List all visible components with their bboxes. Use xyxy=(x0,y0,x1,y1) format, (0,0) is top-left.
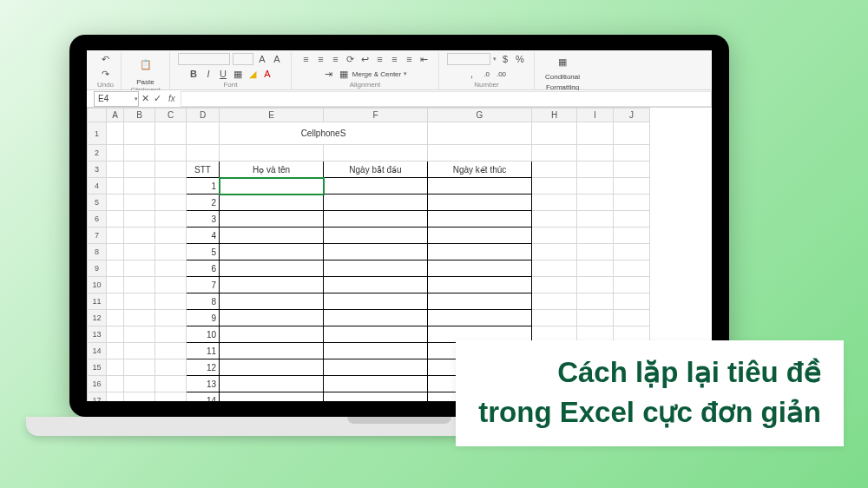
cell-I5[interactable] xyxy=(577,195,614,211)
cell-A5[interactable] xyxy=(107,195,124,211)
cell-F9[interactable] xyxy=(324,260,428,277)
cell-D3[interactable]: STT xyxy=(187,162,220,178)
cell-G10[interactable] xyxy=(428,277,532,293)
cell-F5[interactable] xyxy=(324,195,428,211)
cell-H2[interactable] xyxy=(532,145,577,162)
cell-I8[interactable] xyxy=(577,244,614,260)
cell-C4[interactable] xyxy=(155,178,187,195)
font-color-icon[interactable]: A xyxy=(261,68,273,80)
cell-J11[interactable] xyxy=(614,293,650,310)
cell-C10[interactable] xyxy=(155,277,187,293)
cell-A2[interactable] xyxy=(107,145,124,162)
cell-G9[interactable] xyxy=(428,260,532,277)
indent-dec-icon[interactable]: ⇤ xyxy=(418,53,431,65)
cell-G4[interactable] xyxy=(428,178,532,195)
cell-I6[interactable] xyxy=(577,211,614,228)
cell-H11[interactable] xyxy=(532,293,577,310)
cell-E2[interactable] xyxy=(220,145,324,162)
cell-J10[interactable] xyxy=(614,277,650,293)
cell-I1[interactable] xyxy=(577,122,614,145)
cell-A3[interactable] xyxy=(107,162,124,178)
align-left-icon[interactable]: ≡ xyxy=(374,53,386,65)
conditional-formatting-icon[interactable]: ▦ xyxy=(554,53,571,70)
cell-C6[interactable] xyxy=(155,211,187,228)
merge-icon[interactable]: ▦ xyxy=(338,68,350,80)
cell-B14[interactable] xyxy=(124,343,155,359)
corner-cell[interactable] xyxy=(88,109,107,122)
cell-I3[interactable] xyxy=(577,162,614,178)
fill-color-icon[interactable]: ◢ xyxy=(247,68,259,80)
cell-C9[interactable] xyxy=(155,260,187,277)
col-header-I[interactable]: I xyxy=(577,109,614,122)
cell-E17[interactable] xyxy=(220,392,324,402)
cell-B13[interactable] xyxy=(124,326,155,343)
cell-A17[interactable] xyxy=(107,392,124,402)
chevron-down-icon[interactable]: ▾ xyxy=(404,70,407,77)
col-header-A[interactable]: A xyxy=(107,109,124,122)
cell-J2[interactable] xyxy=(614,145,650,162)
row-header-12[interactable]: 12 xyxy=(88,310,107,326)
cell-F16[interactable] xyxy=(324,376,428,392)
row-header-4[interactable]: 4 xyxy=(88,178,107,195)
cell-F6[interactable] xyxy=(324,211,428,228)
row-header-3[interactable]: 3 xyxy=(88,162,107,178)
cell-B15[interactable] xyxy=(124,359,155,376)
cell-B2[interactable] xyxy=(124,145,155,162)
fx-icon[interactable]: fx xyxy=(168,94,175,103)
bold-button[interactable]: B xyxy=(187,68,200,80)
currency-icon[interactable]: $ xyxy=(499,53,511,65)
cell-D10[interactable]: 7 xyxy=(187,277,220,293)
cell-A15[interactable] xyxy=(107,359,124,376)
cell-J12[interactable] xyxy=(614,310,650,326)
redo-icon[interactable]: ↷ xyxy=(100,68,112,80)
row-header-10[interactable]: 10 xyxy=(88,277,107,293)
cell-C16[interactable] xyxy=(155,376,187,392)
cell-E10[interactable] xyxy=(220,277,324,293)
row-header-16[interactable]: 16 xyxy=(88,376,107,392)
row-header-2[interactable]: 2 xyxy=(88,145,107,162)
col-header-F[interactable]: F xyxy=(324,109,428,122)
row-header-13[interactable]: 13 xyxy=(88,326,107,343)
cell-F17[interactable] xyxy=(324,392,428,402)
cell-C5[interactable] xyxy=(155,195,187,211)
cell-F10[interactable] xyxy=(324,277,428,293)
cell-D4[interactable]: 1 xyxy=(187,178,220,195)
cell-C7[interactable] xyxy=(155,228,187,244)
cell-D1[interactable] xyxy=(187,122,220,145)
align-top-icon[interactable]: ≡ xyxy=(300,53,312,65)
decrease-decimal-icon[interactable]: .00 xyxy=(496,68,508,80)
cell-D16[interactable]: 13 xyxy=(187,376,220,392)
font-increase-icon[interactable]: A xyxy=(256,53,268,65)
cell-G1[interactable] xyxy=(428,122,532,145)
row-header-1[interactable]: 1 xyxy=(88,122,107,145)
col-header-H[interactable]: H xyxy=(532,109,577,122)
cell-B17[interactable] xyxy=(124,392,155,402)
cell-C1[interactable] xyxy=(155,122,187,145)
row-header-15[interactable]: 15 xyxy=(88,359,107,376)
cell-C2[interactable] xyxy=(155,145,187,162)
border-icon[interactable]: ▦ xyxy=(232,68,244,80)
col-header-D[interactable]: D xyxy=(187,109,220,122)
row-header-5[interactable]: 5 xyxy=(88,195,107,211)
align-right-icon[interactable]: ≡ xyxy=(404,53,416,65)
cell-I10[interactable] xyxy=(577,277,614,293)
title-cell[interactable]: CellphoneS xyxy=(220,122,428,145)
cell-A1[interactable] xyxy=(107,122,124,145)
cell-E5[interactable] xyxy=(220,195,324,211)
cell-A13[interactable] xyxy=(107,326,124,343)
col-header-C[interactable]: C xyxy=(155,109,187,122)
cell-C13[interactable] xyxy=(155,326,187,343)
cell-F7[interactable] xyxy=(324,228,428,244)
cell-B4[interactable] xyxy=(124,178,155,195)
cell-D12[interactable]: 9 xyxy=(187,310,220,326)
name-box[interactable]: E4 ▾ xyxy=(94,91,139,107)
comma-icon[interactable]: , xyxy=(466,68,478,80)
formula-bar[interactable] xyxy=(181,91,712,107)
row-header-7[interactable]: 7 xyxy=(88,228,107,244)
cell-D2[interactable] xyxy=(187,145,220,162)
font-decrease-icon[interactable]: A xyxy=(271,53,283,65)
col-header-B[interactable]: B xyxy=(124,109,155,122)
cell-J9[interactable] xyxy=(614,260,650,277)
align-bottom-icon[interactable]: ≡ xyxy=(330,53,342,65)
cell-G11[interactable] xyxy=(428,293,532,310)
